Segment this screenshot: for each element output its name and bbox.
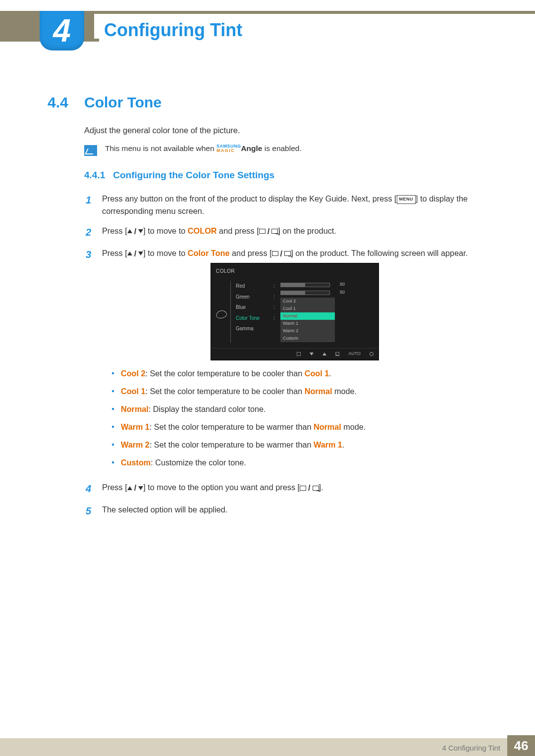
kw: Normal	[305, 387, 332, 396]
select-enter-icon: /	[259, 225, 278, 238]
t: Press [	[102, 483, 127, 492]
step-3: 3 Press [/] to move to Color Tone and pr…	[84, 247, 487, 474]
opt-cool1: Cool 1: Set the color temperature to be …	[112, 385, 487, 398]
osd-label-colortone: Color Tone	[236, 313, 273, 324]
note-prefix: This menu is not available when	[105, 144, 216, 152]
step-4: 4 Press [/] to move to the option you wa…	[84, 481, 487, 497]
step-body: The selected option will be applied.	[102, 504, 487, 519]
step-body: Press [/] to move to the option you want…	[102, 481, 487, 497]
up-down-icon: /	[127, 248, 144, 260]
kw: Color Tone	[188, 249, 230, 257]
brand-bottom: MAGIC	[216, 149, 241, 153]
t: ] on the product. The following screen w…	[291, 249, 468, 257]
t: : Display the standard color tone.	[149, 404, 266, 413]
t: : Set the color temperature to be warmer…	[150, 422, 314, 431]
up-down-icon: /	[127, 482, 144, 494]
t: ] to move to	[143, 249, 188, 257]
footer-enter-icon	[335, 352, 339, 356]
value-red: 50	[334, 281, 345, 288]
step-number: 4	[84, 481, 91, 497]
section-heading: 4.4 Color Tone	[48, 94, 487, 111]
osd-label-blue: Blue	[236, 302, 273, 313]
section-title: Color Tone	[84, 94, 161, 111]
select-enter-icon: /	[272, 248, 291, 260]
section-intro: Adjust the general color tone of the pic…	[84, 126, 487, 135]
slider-red	[280, 283, 330, 287]
osd-row-dropdown: Cool 2 Cool 1 Normal Warm 1 Warm 2 Custo…	[280, 297, 371, 343]
colortone-dropdown: Cool 2 Cool 1 Normal Warm 1 Warm 2 Custo…	[280, 298, 335, 342]
dd-opt-selected: Normal	[280, 312, 335, 320]
step-1: 1 Press any button on the front of the p…	[84, 193, 487, 218]
dd-opt: Custom	[280, 335, 335, 342]
slider-green	[280, 291, 330, 295]
page-content: 4.4 Color Tone Adjust the general color …	[48, 94, 487, 526]
osd-values: 50 50 Cool 2 Cool	[280, 281, 371, 343]
subsection-heading: 4.4.1 Configuring the Color Tone Setting…	[84, 170, 487, 181]
osd-label-gamma: Gamma	[236, 323, 273, 334]
kw: Normal	[314, 422, 341, 431]
kw: Warm 1	[314, 440, 342, 449]
osd-row-green: 50	[280, 289, 371, 297]
samsung-magic-logo: SAMSUNGMAGIC	[216, 144, 241, 153]
footer-label: 4 Configuring Tint	[442, 744, 500, 752]
section-number: 4.4	[48, 94, 72, 111]
t: ] to move to the option you want and pre…	[143, 483, 300, 492]
dd-opt: Cool 1	[280, 305, 335, 312]
osd-row-red: 50	[280, 281, 371, 289]
t: ] on the product.	[278, 226, 336, 235]
footer-auto: AUTO	[348, 351, 361, 357]
kw: Normal	[121, 404, 149, 413]
note-icon	[84, 145, 97, 156]
footer-back-icon	[297, 352, 301, 356]
step-number: 3	[84, 247, 91, 474]
opt-warm1: Warm 1: Set the color temperature to be …	[112, 421, 487, 434]
t: Press [	[102, 249, 127, 257]
note: This menu is not available when SAMSUNGM…	[84, 144, 487, 156]
footer-up-icon	[322, 353, 326, 355]
subsection-title: Configuring the Color Tone Settings	[113, 170, 274, 181]
t: and press [	[230, 249, 272, 257]
opt-warm2: Warm 2: Set the color temperature to be …	[112, 439, 487, 452]
t: ] to move to	[143, 226, 188, 235]
footer-power-icon	[370, 352, 374, 356]
osd-curve	[217, 281, 231, 343]
steps-list: 1 Press any button on the front of the p…	[84, 193, 487, 519]
kw: Cool 1	[121, 387, 145, 396]
t: : Set the color temperature to be warmer…	[150, 440, 314, 449]
palette-icon	[215, 309, 228, 319]
t: .	[329, 369, 331, 378]
menu-button-icon: MENU	[397, 195, 416, 204]
t: : Customize the color tone.	[151, 458, 246, 467]
osd-title: COLOR	[211, 266, 378, 278]
step-number: 5	[84, 504, 91, 519]
dd-opt: Warm 1	[280, 320, 335, 327]
t: : Set the color temperature to be cooler…	[145, 387, 304, 396]
osd-labels: Red Green Blue Color Tone Gamma	[231, 281, 273, 343]
chapter-number-badge: 4	[40, 11, 84, 50]
t: Press any button on the front of the pro…	[102, 194, 397, 203]
dd-opt: Warm 2	[280, 327, 335, 335]
select-enter-icon: /	[300, 482, 319, 494]
brand-suffix: Angle	[241, 144, 262, 152]
t: .	[342, 440, 345, 449]
t: mode.	[341, 422, 366, 431]
page-number-badge: 46	[507, 735, 535, 756]
osd-label-red: Red	[236, 281, 273, 292]
option-list: Cool 2: Set the color temperature to be …	[112, 367, 487, 469]
step-body: Press [/] to move to COLOR and press [/]…	[102, 225, 487, 240]
up-down-icon: /	[127, 225, 144, 238]
step-body: Press [/] to move to Color Tone and pres…	[102, 247, 487, 474]
step-number: 1	[84, 193, 91, 218]
step-2: 2 Press [/] to move to COLOR and press […	[84, 225, 487, 240]
osd-label-green: Green	[236, 292, 273, 302]
kw: Cool 2	[121, 369, 145, 378]
t: : Set the color temperature to be cooler…	[145, 369, 304, 378]
chapter-title: Configuring Tint	[99, 18, 535, 43]
value-green: 50	[334, 289, 345, 296]
kw: Custom	[121, 458, 151, 467]
osd-colons: ::::	[273, 281, 280, 343]
osd-screenshot: COLOR Red Green Blue Color Tone	[102, 263, 487, 360]
step-number: 2	[84, 225, 91, 240]
kw: Warm 1	[121, 422, 150, 431]
t: mode.	[332, 387, 357, 396]
